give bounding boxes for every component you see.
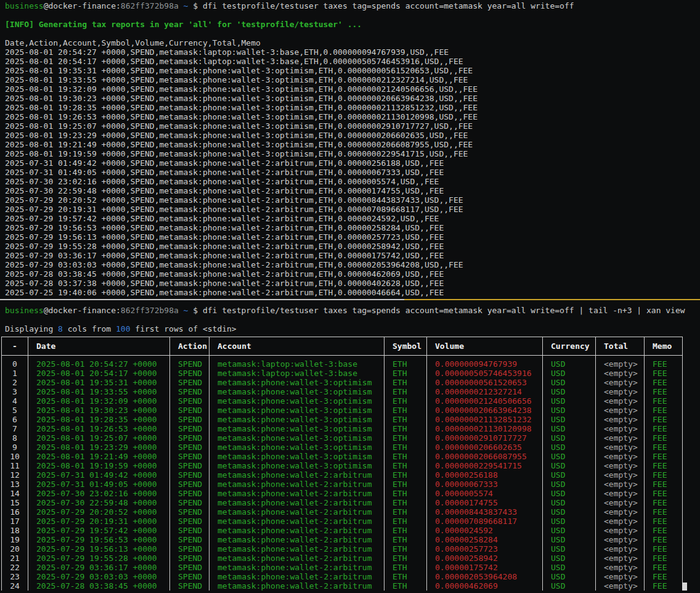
cell-symbol: ETH: [385, 498, 427, 507]
table-row: 3 2025-08-01 19:33:55 +0000 SPEND metama…: [2, 387, 683, 396]
cell-action: SPEND: [170, 359, 210, 369]
cell-memo: FEE: [645, 406, 683, 415]
cell-volume: 0.000000021240506656: [427, 396, 543, 406]
cell-action: SPEND: [170, 396, 210, 406]
cell-currency: USD: [543, 415, 596, 424]
csv-line: 2025-08-01 19:21:49 +0000,SPEND,metamask…: [0, 140, 700, 149]
cell-currency: USD: [543, 498, 596, 507]
cell-account: metamask:phone:wallet-2:arbitrum: [210, 480, 385, 489]
cell-account: metamask:phone:wallet-3:optimism: [210, 415, 385, 424]
cell-currency: USD: [543, 396, 596, 406]
cell-symbol: ETH: [385, 452, 427, 461]
cell-symbol: ETH: [385, 581, 427, 591]
column-header-volume: Volume: [427, 337, 543, 356]
cell-date: 2025-08-01 19:33:55 +0000: [28, 387, 170, 396]
cell-row-index: 6: [2, 415, 28, 424]
cell-date: 2025-07-29 03:03:03 +0000: [28, 572, 170, 581]
cell-symbol: ETH: [385, 563, 427, 572]
cell-account: metamask:phone:wallet-3:optimism: [210, 406, 385, 415]
cell-total: <empty>: [596, 387, 645, 396]
csv-line: 2025-08-01 19:30:23 +0000,SPEND,metamask…: [0, 94, 700, 103]
cell-account: metamask:phone:wallet-3:optimism: [210, 461, 385, 470]
cell-volume: 0.00000174755: [427, 498, 543, 507]
cell-volume: 0.00000067333: [427, 480, 543, 489]
cell-memo: FEE: [645, 378, 683, 387]
table-row: 15 2025-07-30 22:59:48 +0000 SPEND metam…: [2, 498, 683, 507]
cell-volume: 0.000000094767939: [427, 359, 543, 369]
cell-memo: FEE: [645, 387, 683, 396]
cell-memo: FEE: [645, 433, 683, 443]
column-header-memo: Memo: [645, 337, 683, 356]
cell-account: metamask:phone:wallet-2:arbitrum: [210, 489, 385, 498]
cell-memo: FEE: [645, 480, 683, 489]
cell-symbol: ETH: [385, 554, 427, 563]
cell-row-index: 15: [2, 498, 28, 507]
table-row: 2 2025-08-01 19:35:31 +0000 SPEND metama…: [2, 378, 683, 387]
prompt-symbol: $: [193, 1, 203, 10]
table-row: 6 2025-08-01 19:28:35 +0000 SPEND metama…: [2, 415, 683, 424]
cell-row-index: 13: [2, 480, 28, 489]
cell-memo: FEE: [645, 415, 683, 424]
terminal-output-1: business@docker-finance:862ff372b98a ~ $…: [0, 0, 700, 297]
cell-action: SPEND: [170, 470, 210, 480]
cell-currency: USD: [543, 489, 596, 498]
cell-currency: USD: [543, 554, 596, 563]
table-row: 22 2025-07-29 03:36:17 +0000 SPEND metam…: [2, 563, 683, 572]
table-row: 17 2025-07-29 20:19:31 +0000 SPEND metam…: [2, 517, 683, 526]
cell-volume: 0.0000000206602635: [427, 443, 543, 452]
cell-row-index: 2: [2, 378, 28, 387]
status-text: first rows of <stdin>: [131, 324, 237, 333]
cell-volume: 0.00000256188: [427, 470, 543, 480]
cell-symbol: ETH: [385, 424, 427, 433]
cell-volume: 0.000000505746453916: [427, 369, 543, 378]
command-text-2: dfi testprofile/testuser taxes tag=spend…: [203, 306, 685, 315]
cell-account: metamask:phone:wallet-3:optimism: [210, 433, 385, 443]
cell-action: SPEND: [170, 480, 210, 489]
table-row: 0 2025-08-01 20:54:27 +0000 SPEND metama…: [2, 359, 683, 369]
cell-symbol: ETH: [385, 535, 427, 544]
table-row: 8 2025-08-01 19:25:07 +0000 SPEND metama…: [2, 433, 683, 443]
cell-memo: FEE: [645, 507, 683, 517]
cell-memo: FEE: [645, 526, 683, 535]
cell-memo: FEE: [645, 369, 683, 378]
cell-currency: USD: [543, 526, 596, 535]
cell-action: SPEND: [170, 461, 210, 470]
cell-memo: FEE: [645, 498, 683, 507]
cell-account: metamask:phone:wallet-2:arbitrum: [210, 581, 385, 591]
csv-line: 2025-08-01 19:23:29 +0000,SPEND,metamask…: [0, 131, 700, 140]
cell-currency: USD: [543, 424, 596, 433]
cell-account: metamask:phone:wallet-2:arbitrum: [210, 535, 385, 544]
column-header-currency: Currency: [543, 337, 596, 356]
table-row: 20 2025-07-29 19:56:13 +0000 SPEND metam…: [2, 544, 683, 554]
csv-line: 2025-07-29 03:03:03 +0000,SPEND,metamask…: [0, 260, 700, 269]
cell-account: metamask:phone:wallet-2:arbitrum: [210, 498, 385, 507]
cell-memo: FEE: [645, 563, 683, 572]
cell-total: <empty>: [596, 424, 645, 433]
cell-date: 2025-07-29 19:56:53 +0000: [28, 535, 170, 544]
prompt-container-id: 862ff372b98a: [121, 306, 179, 315]
cell-date: 2025-07-29 20:20:52 +0000: [28, 507, 170, 517]
cell-currency: USD: [543, 433, 596, 443]
cell-volume: 0.000000021130120998: [427, 424, 543, 433]
cell-action: SPEND: [170, 544, 210, 554]
cell-action: SPEND: [170, 452, 210, 461]
cell-symbol: ETH: [385, 507, 427, 517]
cell-memo: FEE: [645, 359, 683, 369]
cell-volume: 0.000002053964208: [427, 572, 543, 581]
terminal-window[interactable]: business@docker-finance:862ff372b98a ~ $…: [0, 0, 700, 593]
table-row: 23 2025-07-29 03:03:03 +0000 SPEND metam…: [2, 572, 683, 581]
cell-action: SPEND: [170, 581, 210, 591]
xan-status-line: Displaying 8 cols from 100 first rows of…: [0, 324, 700, 333]
cell-volume: 0.000007089668117: [427, 517, 543, 526]
cell-total: <empty>: [596, 378, 645, 387]
cell-symbol: ETH: [385, 378, 427, 387]
cell-account: metamask:phone:wallet-2:arbitrum: [210, 563, 385, 572]
cell-action: SPEND: [170, 535, 210, 544]
cell-action: SPEND: [170, 554, 210, 563]
cell-row-index: 14: [2, 489, 28, 498]
cell-row-index: 10: [2, 452, 28, 461]
cell-action: SPEND: [170, 517, 210, 526]
csv-line: 2025-07-31 01:49:05 +0000,SPEND,metamask…: [0, 168, 700, 177]
csv-line: 2025-07-29 19:57:42 +0000,SPEND,metamask…: [0, 214, 700, 223]
cell-account: metamask:phone:wallet-3:optimism: [210, 387, 385, 396]
